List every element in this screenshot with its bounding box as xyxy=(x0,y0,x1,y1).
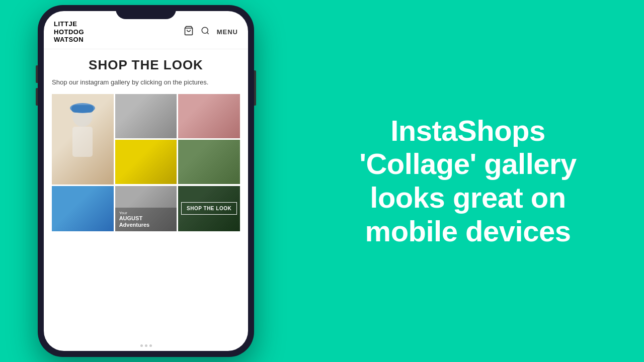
instagram-grid: Your AUGUSTAdventures SHOP THE LOOK xyxy=(52,94,240,231)
svg-line-2 xyxy=(207,32,208,34)
grid-cell-7[interactable]: Your AUGUSTAdventures xyxy=(115,186,177,231)
svg-rect-6 xyxy=(71,105,94,113)
august-overlay: Your AUGUSTAdventures xyxy=(115,208,177,231)
shop-the-look-button[interactable]: SHOP THE LOOK xyxy=(181,202,237,215)
search-icon[interactable] xyxy=(201,26,210,38)
brand-logo: LITTJEHOTDOGWATSON xyxy=(54,20,84,44)
left-section: LITTJEHOTDOGWATSON xyxy=(0,0,292,362)
phone-content: SHOP THE LOOK Shop our instagram gallery… xyxy=(44,49,248,340)
volume-up-button xyxy=(36,65,38,83)
august-text-large: AUGUSTAdventures xyxy=(119,215,173,228)
cart-icon[interactable] xyxy=(184,26,194,38)
dot-1 xyxy=(140,344,143,347)
phone-bottom-dots xyxy=(44,340,248,351)
svg-point-1 xyxy=(202,27,208,33)
shop-the-look-overlay: SHOP THE LOOK xyxy=(178,186,240,231)
svg-rect-4 xyxy=(72,127,93,157)
page-subtitle: Shop our instagram gallery by clicking o… xyxy=(52,78,240,87)
grid-cell-6[interactable] xyxy=(52,186,114,231)
grid-cell-2[interactable] xyxy=(115,94,177,138)
nav-icons: MENU xyxy=(184,26,238,38)
grid-cell-1[interactable] xyxy=(52,94,114,185)
hero-line-3: looks great on xyxy=(370,181,566,214)
grid-cell-5[interactable] xyxy=(178,140,240,184)
right-section: InstaShops 'Collage' gallery looks great… xyxy=(292,94,644,268)
hero-line-2: 'Collage' gallery xyxy=(359,147,577,180)
phone-screen: LITTJEHOTDOGWATSON xyxy=(44,11,248,351)
page-title: SHOP THE LOOK xyxy=(52,57,240,73)
grid-cell-3[interactable] xyxy=(178,94,240,138)
dot-2 xyxy=(145,344,147,347)
hero-line-1: InstaShops xyxy=(390,114,545,147)
grid-cell-8[interactable]: SHOP THE LOOK xyxy=(178,186,240,231)
menu-label[interactable]: MENU xyxy=(217,28,238,36)
volume-down-button xyxy=(36,88,38,106)
hero-line-4: mobile devices xyxy=(365,215,571,247)
hero-text: InstaShops 'Collage' gallery looks great… xyxy=(359,114,577,248)
dot-3 xyxy=(149,344,152,347)
phone-navbar: LITTJEHOTDOGWATSON xyxy=(44,11,248,49)
phone-mockup: LITTJEHOTDOGWATSON xyxy=(38,5,254,357)
grid-cell-4[interactable] xyxy=(115,140,177,184)
power-button xyxy=(254,75,256,106)
august-text-small: Your xyxy=(119,211,173,215)
